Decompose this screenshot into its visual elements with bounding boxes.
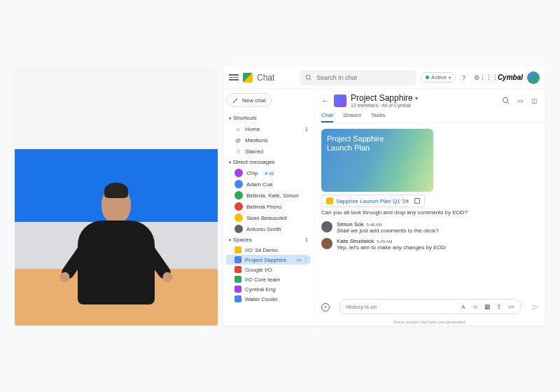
chat-app-window: Chat Active ▾ ? ⚙ ⋮⋮⋮ Cymbal (223, 66, 545, 326)
space-icon (234, 295, 241, 302)
user-avatar[interactable] (527, 71, 540, 84)
sidebar-item-home[interactable]: ⌂ Home 1 (226, 123, 311, 134)
space-item[interactable]: Project Sapphire▭ ⋮ (226, 255, 311, 265)
top-bar: Chat Active ▾ ? ⚙ ⋮⋮⋮ Cymbal (223, 66, 545, 89)
slides-icon (326, 197, 333, 204)
home-icon: ⌂ (234, 125, 241, 132)
sidebar-item-mentions[interactable]: @ Mentions (226, 134, 311, 146)
search-icon (305, 74, 312, 81)
dm-item[interactable]: Chip✦ AI (226, 167, 311, 178)
tab-shared[interactable]: Shared (343, 109, 361, 122)
brand-label: Cymbal (498, 74, 523, 81)
shortcuts-header[interactable]: ▾Shortcuts (226, 113, 311, 123)
dm-item[interactable]: Antonio Smith (226, 223, 311, 234)
message-author: Kate Strudwick (337, 238, 374, 244)
format-icon[interactable]: A (459, 302, 468, 311)
sidebar-item-starred[interactable]: ☆ Starred (226, 146, 311, 157)
new-chat-button[interactable]: New chat (226, 93, 272, 107)
ai-badge: ✦ AI (262, 171, 275, 176)
space-item[interactable]: I/O '24 Demo (226, 245, 311, 255)
space-item[interactable]: Water Cooler (226, 294, 311, 304)
avatar (321, 238, 332, 249)
apps-grid-icon[interactable]: ⋮⋮⋮ (485, 74, 493, 82)
dm-item[interactable]: Sean Beausoleil (226, 212, 311, 223)
avatar (234, 225, 243, 233)
space-subtitle: 12 members · All of Cymbal (351, 103, 418, 108)
main-panel: ← Project Sapphire ▾ 12 members · All of… (314, 89, 545, 326)
message-text: Yep, let's aim to make any changes by EO… (337, 244, 538, 251)
avatar (234, 202, 243, 211)
chevron-down-icon[interactable]: ▾ (415, 95, 418, 102)
add-attachment-button[interactable]: + (321, 303, 330, 312)
pencil-icon (232, 97, 239, 104)
emoji-icon[interactable]: ☺ (471, 302, 479, 311)
copy-icon[interactable] (414, 198, 420, 204)
composer-input[interactable] (346, 304, 455, 310)
space-item[interactable]: Google I/O (226, 265, 311, 274)
panel-icon[interactable]: ◫ (530, 97, 538, 105)
chevron-down-icon: ▾ (449, 75, 451, 80)
avatar (234, 214, 243, 222)
message-time: 5:49 AM (377, 239, 392, 244)
footer-note: Some content has been pre-generated. (314, 318, 545, 326)
menu-icon[interactable] (229, 74, 239, 80)
present-icon[interactable]: ▭ (516, 97, 524, 105)
avatar (234, 180, 243, 188)
dm-header[interactable]: ▾Direct messages (226, 157, 311, 167)
search-box[interactable] (300, 70, 416, 85)
slides-preview-card[interactable]: Project Sapphire Launch Plan (321, 129, 433, 192)
message-text: Shall we just add comments to the deck? (337, 227, 538, 234)
svg-line-3 (507, 102, 510, 104)
space-item[interactable]: I/O Core team (226, 274, 311, 284)
tabs: Chat Shared Tasks (314, 109, 545, 123)
message-author: Simon Sok (337, 221, 364, 227)
avatar (321, 221, 332, 232)
dm-item[interactable]: Adam Cue (226, 178, 311, 190)
preview-title: Project Sapphire Launch Plan (327, 134, 428, 153)
back-arrow-icon[interactable]: ← (321, 96, 330, 106)
app-title: Chat (257, 73, 274, 83)
space-icon (234, 286, 241, 293)
space-icon (234, 256, 241, 263)
avatar (234, 191, 243, 200)
star-icon: ☆ (234, 148, 241, 155)
space-icon (234, 266, 241, 273)
tab-chat[interactable]: Chat (321, 109, 333, 122)
at-icon: @ (234, 136, 241, 144)
search-input[interactable] (316, 74, 411, 81)
active-dot-icon (426, 76, 429, 79)
avatar (234, 169, 243, 177)
send-button[interactable] (531, 303, 540, 312)
search-in-space-icon[interactable] (502, 97, 510, 105)
svg-line-1 (310, 78, 312, 80)
status-chip[interactable]: Active ▾ (421, 72, 456, 83)
presenter-video (15, 66, 218, 326)
message-row: Simon Sok5:48 AMShall we just add commen… (321, 221, 538, 234)
help-icon[interactable]: ? (460, 74, 468, 82)
space-item[interactable]: Cymbal Eng (226, 284, 311, 294)
space-icon (234, 276, 241, 283)
message-composer[interactable]: A ☺ ▦ ⇧ ▭ (340, 299, 522, 314)
attachment-chip[interactable]: Sapphire Launch Plan Q1 '24 (321, 195, 425, 207)
space-icon (234, 246, 241, 253)
spaces-header[interactable]: ▾Spaces1 (226, 234, 311, 245)
message-row: Kate Strudwick5:49 AMYep, let's aim to m… (321, 238, 538, 251)
chat-logo-icon (243, 73, 253, 83)
space-actions[interactable]: ▭ ⋮ (297, 257, 308, 262)
tab-tasks[interactable]: Tasks (371, 109, 385, 122)
space-title: Project Sapphire (351, 93, 413, 103)
message-time: 5:48 AM (367, 223, 382, 227)
gif-icon[interactable]: ▦ (483, 302, 491, 311)
calendar-icon[interactable]: ▭ (507, 302, 515, 311)
chat-area: Project Sapphire Launch Plan Sapphire La… (314, 123, 545, 293)
upload-icon[interactable]: ⇧ (495, 302, 503, 311)
space-logo-icon (334, 94, 346, 107)
dm-item[interactable]: Belinda Preno (226, 201, 311, 212)
sidebar: New chat ▾Shortcuts ⌂ Home 1 @ Mentions … (223, 89, 314, 326)
svg-point-0 (307, 75, 311, 79)
message-text: Can you all look through and drop any co… (321, 209, 538, 216)
svg-point-2 (503, 97, 508, 102)
dm-item[interactable]: Belinda, Kate, Simon (226, 190, 311, 201)
